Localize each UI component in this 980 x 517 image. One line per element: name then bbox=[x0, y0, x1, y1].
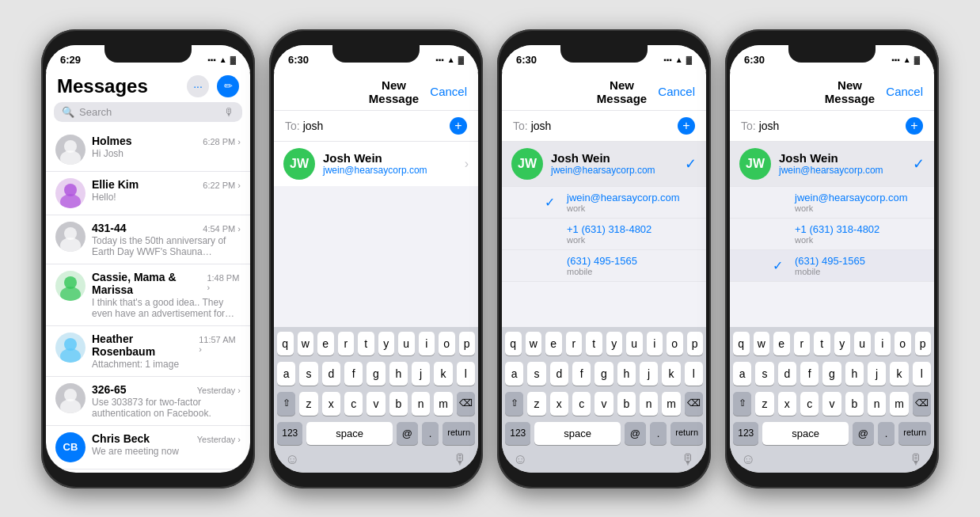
list-item[interactable]: CB Chris BeckYesterday › We are meeting … bbox=[46, 426, 250, 469]
key-a-3[interactable]: a bbox=[505, 362, 523, 386]
key-e-3[interactable]: e bbox=[545, 332, 562, 355]
key-d[interactable]: d bbox=[322, 362, 340, 386]
key-return-4[interactable]: return bbox=[898, 422, 931, 445]
key-r[interactable]: r bbox=[338, 332, 355, 355]
key-s-4[interactable]: s bbox=[755, 362, 773, 386]
key-r-4[interactable]: r bbox=[794, 332, 811, 355]
contact-option-email-4[interactable]: ✓ jwein@hearsaycorp.com work bbox=[730, 187, 934, 219]
key-123-4[interactable]: 123 bbox=[733, 422, 758, 445]
to-input-4[interactable]: josh bbox=[759, 120, 902, 132]
key-p-3[interactable]: p bbox=[687, 332, 704, 355]
key-l-3[interactable]: l bbox=[685, 362, 703, 386]
key-b-3[interactable]: b bbox=[617, 392, 636, 416]
key-e[interactable]: e bbox=[317, 332, 334, 355]
key-q-3[interactable]: q bbox=[505, 332, 522, 355]
emoji-icon[interactable]: ☺ bbox=[285, 451, 299, 468]
add-recipient-button-3[interactable]: + bbox=[678, 117, 695, 135]
list-item[interactable]: Ellie Kim6:22 PM › Hello! bbox=[46, 172, 250, 215]
key-k-4[interactable]: k bbox=[890, 362, 908, 386]
key-h[interactable]: h bbox=[389, 362, 408, 386]
mic-kb-icon-4[interactable]: 🎙 bbox=[909, 451, 923, 468]
key-f[interactable]: f bbox=[344, 362, 363, 386]
to-input-3[interactable]: josh bbox=[531, 120, 674, 132]
key-dot-4[interactable]: . bbox=[878, 422, 895, 445]
key-return[interactable]: return bbox=[443, 422, 475, 445]
key-dot[interactable]: . bbox=[422, 422, 439, 445]
key-123-3[interactable]: 123 bbox=[505, 422, 530, 445]
contact-option-email[interactable]: ✓ jwein@hearsaycorp.com work bbox=[502, 187, 706, 219]
key-w-4[interactable]: w bbox=[754, 332, 770, 355]
key-n[interactable]: n bbox=[412, 392, 430, 416]
key-d-3[interactable]: d bbox=[550, 362, 568, 386]
list-item[interactable]: 431-444:54 PM › Today is the 50th annive… bbox=[46, 215, 250, 264]
key-c-3[interactable]: c bbox=[572, 392, 591, 416]
compose-icon[interactable]: ✏ bbox=[217, 75, 239, 97]
contact-option-phone1[interactable]: ✓ +1 (631) 318-4802 work bbox=[502, 219, 706, 250]
key-j-3[interactable]: j bbox=[640, 362, 658, 386]
key-v-3[interactable]: v bbox=[594, 392, 613, 416]
to-input-2[interactable]: josh bbox=[303, 120, 446, 132]
key-y[interactable]: y bbox=[378, 332, 395, 355]
key-g-4[interactable]: g bbox=[822, 362, 841, 386]
key-m-3[interactable]: m bbox=[662, 392, 680, 416]
more-icon[interactable]: ··· bbox=[187, 75, 209, 97]
key-w-3[interactable]: w bbox=[526, 332, 542, 355]
add-recipient-button-2[interactable]: + bbox=[450, 117, 467, 135]
key-x-4[interactable]: x bbox=[778, 392, 796, 416]
key-h-3[interactable]: h bbox=[617, 362, 636, 386]
key-u-4[interactable]: u bbox=[854, 332, 871, 355]
key-s[interactable]: s bbox=[299, 362, 317, 386]
key-b-4[interactable]: b bbox=[845, 392, 864, 416]
list-item[interactable]: 326-65Yesterday › Use 303873 for two-fac… bbox=[46, 377, 250, 426]
cancel-button-3[interactable]: Cancel bbox=[658, 85, 695, 98]
key-e-4[interactable]: e bbox=[773, 332, 790, 355]
key-a-4[interactable]: a bbox=[733, 362, 751, 386]
emoji-icon-3[interactable]: ☺ bbox=[513, 451, 527, 468]
key-x-3[interactable]: x bbox=[550, 392, 568, 416]
key-v[interactable]: v bbox=[367, 392, 385, 416]
key-space[interactable]: space bbox=[306, 422, 392, 445]
key-u-3[interactable]: u bbox=[626, 332, 643, 355]
key-y-3[interactable]: y bbox=[606, 332, 623, 355]
key-w[interactable]: w bbox=[298, 332, 314, 355]
key-x[interactable]: x bbox=[322, 392, 340, 416]
key-n-3[interactable]: n bbox=[640, 392, 658, 416]
key-c[interactable]: c bbox=[344, 392, 363, 416]
key-123[interactable]: 123 bbox=[277, 422, 302, 445]
key-p[interactable]: p bbox=[459, 332, 476, 355]
key-k[interactable]: k bbox=[434, 362, 452, 386]
key-o-4[interactable]: o bbox=[895, 332, 911, 355]
key-v-4[interactable]: v bbox=[822, 392, 841, 416]
key-t-4[interactable]: t bbox=[814, 332, 830, 355]
list-item[interactable]: Sean Lonesky SVAYesterday › I may need y… bbox=[46, 469, 250, 473]
shift-key-3[interactable]: ⇧ bbox=[505, 392, 523, 416]
shift-key-4[interactable]: ⇧ bbox=[733, 392, 751, 416]
key-j-4[interactable]: j bbox=[868, 362, 886, 386]
key-l[interactable]: l bbox=[457, 362, 475, 386]
delete-key-3[interactable]: ⌫ bbox=[685, 392, 703, 416]
cancel-button-2[interactable]: Cancel bbox=[430, 85, 467, 98]
key-c-4[interactable]: c bbox=[800, 392, 819, 416]
key-at-4[interactable]: @ bbox=[853, 422, 874, 445]
key-q-4[interactable]: q bbox=[733, 332, 750, 355]
mic-kb-icon-3[interactable]: 🎙 bbox=[681, 451, 695, 468]
key-o[interactable]: o bbox=[439, 332, 455, 355]
contact-suggestion-2[interactable]: JW Josh Wein jwein@hearsaycorp.com › bbox=[274, 142, 478, 186]
contact-option-mobile[interactable]: ✓ (631) 495-1565 mobile bbox=[502, 250, 706, 282]
key-i-4[interactable]: i bbox=[875, 332, 891, 355]
key-space-3[interactable]: space bbox=[534, 422, 620, 445]
key-f-4[interactable]: f bbox=[800, 362, 819, 386]
add-recipient-button-4[interactable]: + bbox=[906, 117, 923, 135]
key-h-4[interactable]: h bbox=[845, 362, 864, 386]
key-return-3[interactable]: return bbox=[670, 422, 703, 445]
key-dot-3[interactable]: . bbox=[650, 422, 667, 445]
key-i[interactable]: i bbox=[419, 332, 435, 355]
key-q[interactable]: q bbox=[277, 332, 294, 355]
key-m[interactable]: m bbox=[434, 392, 452, 416]
key-z-3[interactable]: z bbox=[527, 392, 545, 416]
list-item[interactable]: Cassie, Mama & Marissa1:48 PM › I think … bbox=[46, 264, 250, 326]
key-o-3[interactable]: o bbox=[667, 332, 683, 355]
key-n-4[interactable]: n bbox=[868, 392, 886, 416]
emoji-icon-4[interactable]: ☺ bbox=[741, 451, 755, 468]
delete-key-4[interactable]: ⌫ bbox=[913, 392, 931, 416]
